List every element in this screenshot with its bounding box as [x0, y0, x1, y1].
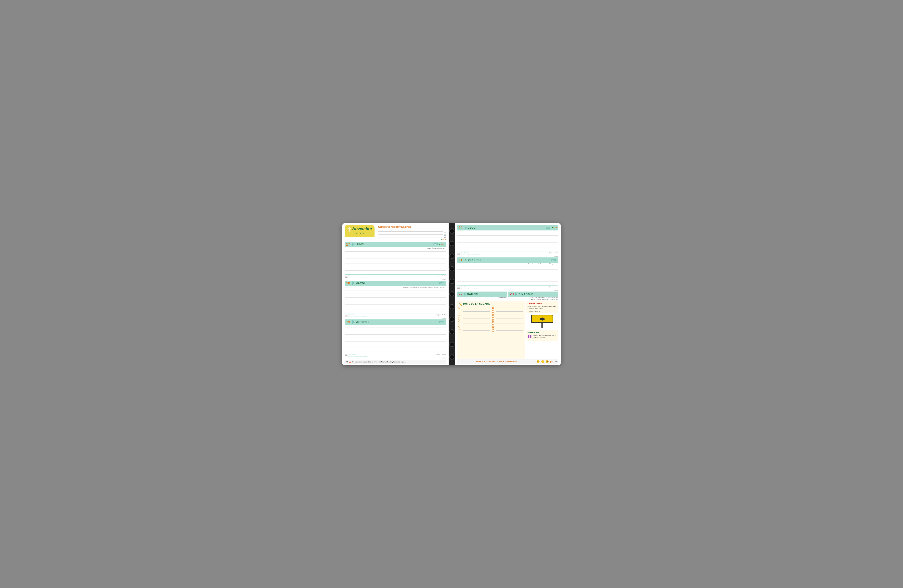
mot-line-5[interactable]: [463, 316, 489, 319]
reading-title-row-jeudi: Titre du livre Pages Minutes: [461, 252, 558, 254]
line: [345, 254, 446, 256]
mot-line-11[interactable]: [463, 331, 489, 333]
day-header-dimanche: 23 DIMANCHE: [508, 292, 558, 297]
mot-line-13[interactable]: [496, 309, 523, 312]
mot-num-19: 19.: [492, 324, 496, 326]
comm-mardi: Communications famille/école: [348, 316, 446, 318]
obj-input-2[interactable]: [378, 232, 443, 235]
pages-label-jeudi: Pages: [549, 252, 552, 253]
mot-num-18: 18.: [492, 321, 496, 323]
mot-num-7: 7.: [458, 321, 463, 323]
mot-item-21: 21.: [492, 328, 523, 331]
line: [457, 274, 558, 277]
obj-checkbox-3[interactable]: [444, 235, 446, 238]
mot-line-22[interactable]: [496, 331, 523, 333]
mot-line-19[interactable]: [496, 323, 523, 326]
reading-vendredi: 📖 Titre du livre Pages Minutes Communica…: [457, 285, 558, 292]
obj-input-1[interactable]: [378, 229, 443, 232]
page-num-right: 45: [555, 361, 557, 362]
sign-container: ◀ ▶: [526, 315, 558, 328]
reading-labels-vendredi: Titre du livre Pages Minutes Communicati…: [461, 286, 558, 292]
mots-header: ✏️ MOTS DE LA SEMAINE: [458, 302, 523, 306]
line: [345, 349, 446, 351]
bible-ref: — Proverbes 3,5–6: [527, 310, 557, 312]
spiral-binding: [448, 223, 455, 365]
obj-checkbox-1[interactable]: [444, 229, 446, 231]
obj-input-3[interactable]: [378, 235, 443, 238]
line: [345, 293, 446, 295]
line: [345, 325, 446, 328]
reading-jeudi: 📖 Titre du livre Pages Minutes Communica…: [457, 251, 558, 257]
line: [345, 337, 446, 339]
obj-line-2: [378, 232, 446, 235]
mot-line-3[interactable]: [463, 312, 489, 314]
spiral-ring: [449, 279, 455, 284]
lines-mercredi: [345, 325, 446, 351]
day-number-23: 23: [510, 292, 514, 296]
mot-item-4: 4.: [458, 314, 489, 316]
reading-label-jeudi: Titre du livre: [461, 252, 547, 254]
book-icon-mardi: 📖: [345, 314, 348, 317]
arrow-right-icon: ▶: [542, 317, 545, 321]
semaine-question: Est-ce que j'ai fait de mon mieux cette …: [458, 361, 535, 362]
lines-lundi: [345, 249, 446, 273]
line: [345, 307, 446, 309]
mot-num-17: 17.: [492, 319, 496, 321]
mot-num-11: 11.: [458, 331, 463, 333]
mot-line-20[interactable]: [496, 326, 523, 328]
day-number-20: 20: [458, 226, 463, 230]
arrow-icon-dimanche: [515, 292, 518, 296]
objectives-section: Objectifs hebdomadaires ✔ FAIT: [374, 225, 446, 241]
spiral-ring: [449, 329, 455, 334]
line: [457, 240, 558, 243]
mot-line-10[interactable]: [463, 328, 489, 331]
initiales-mardi: Initiales: [348, 318, 446, 319]
minutes-label-lundi: Minutes: [442, 275, 446, 277]
day-box-jeudi: CLR: [546, 227, 550, 229]
day-box-mardi: CLR: [439, 282, 444, 284]
mot-line-21[interactable]: [496, 328, 523, 331]
fait-lundi: ✔FAIT: [439, 243, 445, 246]
mot-line-14[interactable]: [496, 312, 523, 314]
obj-checkbox-2[interactable]: [444, 232, 446, 234]
notre-foi-section: NOTRE FOI ✝️ Nomme des situations où Die…: [526, 330, 558, 340]
mot-line-8[interactable]: [463, 323, 489, 326]
mot-line-12[interactable]: [496, 307, 523, 309]
pages-label-vendredi: Pages: [549, 286, 552, 287]
line: [345, 335, 446, 337]
bottom-section: ✏️ MOTS DE LA SEMAINE 1. 2.: [457, 301, 558, 359]
reading-title-row-vendredi: Titre du livre Pages Minutes: [461, 286, 558, 288]
mot-item-20: 20.: [492, 326, 523, 328]
mot-line-6[interactable]: [463, 319, 489, 321]
day-number-17: 17: [346, 242, 351, 246]
mot-num-5: 5.: [458, 317, 463, 318]
sat-sun-row: 22 SAMEDI Sainte Cécile 23 DIMANCHE ÉVAN…: [457, 292, 558, 300]
mot-line-7[interactable]: [463, 321, 489, 323]
arrow-icon-jeudi: [465, 226, 467, 229]
mot-line-9[interactable]: [463, 326, 489, 328]
day-content-mercredi: [345, 325, 446, 351]
mot-num-10: 10.: [458, 328, 463, 330]
mot-line-1[interactable]: [463, 307, 489, 309]
lines-jeudi: [457, 231, 558, 250]
day-header-samedi: 22 SAMEDI: [457, 292, 507, 297]
solennite-text: Solennité du Christ Roi/Saint Clément 1e…: [508, 298, 558, 300]
line: [457, 235, 558, 238]
mot-line-2[interactable]: [463, 309, 489, 312]
line: [345, 347, 446, 349]
notre-foi-content: ✝️ Nomme des situations où Dieu a guidé …: [527, 335, 557, 339]
mot-line-4[interactable]: [463, 314, 489, 316]
objectives-title: Objectifs hebdomadaires: [378, 225, 446, 228]
obj-line-3: [378, 235, 446, 238]
day-content-mardi: Dédicace des basiliques Saint-Pierre et …: [345, 286, 446, 312]
check-jeudi: ✔: [551, 227, 553, 229]
book-icon-lundi: 📖: [345, 275, 348, 278]
mot-line-16[interactable]: [496, 316, 523, 319]
mot-line-17[interactable]: [496, 319, 523, 321]
mot-line-18[interactable]: [496, 321, 523, 323]
mot-item-7: 7.: [458, 321, 489, 323]
mot-item-2: 2.: [458, 309, 489, 312]
sign-post: [541, 323, 543, 328]
mot-line-15[interactable]: [496, 314, 523, 316]
fait-jeudi: ✔ FAIT: [551, 227, 557, 229]
